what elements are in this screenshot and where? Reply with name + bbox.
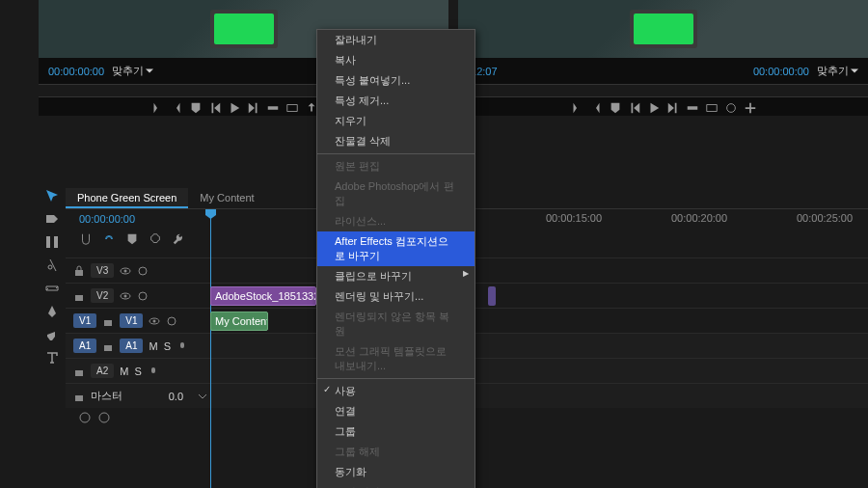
plus-icon[interactable]	[744, 101, 757, 115]
sync-lock-icon[interactable]	[137, 290, 149, 302]
menu-item[interactable]: 클립으로 바꾸기	[317, 266, 475, 286]
mute-button[interactable]: M	[149, 340, 157, 352]
marker-icon[interactable]	[189, 101, 203, 115]
collapse-icon[interactable]	[79, 412, 91, 423]
lock-icon[interactable]	[73, 265, 85, 277]
menu-item[interactable]: 지우기	[317, 111, 475, 131]
svg-point-18	[80, 413, 90, 422]
wrench-icon[interactable]	[172, 232, 185, 246]
eye-icon[interactable]	[120, 265, 131, 277]
source-patch-a1[interactable]: A1	[73, 339, 96, 353]
lock-icon[interactable]	[102, 340, 114, 352]
lock-icon[interactable]	[73, 366, 85, 377]
svg-rect-17	[75, 395, 83, 401]
ripple-tool-icon[interactable]	[44, 234, 60, 250]
svg-point-8	[139, 292, 147, 300]
menu-item: 원본 편집	[317, 156, 475, 176]
menu-item: 렌더링되지 않은 항목 복원	[317, 307, 475, 341]
step-fwd-icon[interactable]	[666, 101, 680, 115]
step-back-icon[interactable]	[628, 101, 641, 115]
clip-my-content[interactable]: My Content	[210, 312, 268, 331]
source-patch-v1[interactable]: V1	[73, 313, 96, 328]
pen-tool-icon[interactable]	[44, 304, 60, 319]
solo-button[interactable]: S	[164, 340, 171, 352]
step-fwd-icon[interactable]	[247, 101, 260, 115]
menu-item[interactable]: 동기화	[317, 462, 475, 482]
menu-item[interactable]: 그룹	[317, 421, 475, 442]
svg-point-0	[726, 104, 735, 113]
selection-tool-icon[interactable]	[44, 188, 60, 203]
svg-point-11	[153, 319, 156, 322]
menu-item[interactable]: 렌더링 및 바꾸기...	[317, 286, 475, 307]
sync-lock-icon[interactable]	[137, 265, 149, 277]
track-select-tool-icon[interactable]	[44, 211, 60, 227]
slip-tool-icon[interactable]	[44, 281, 60, 296]
mark-out-icon[interactable]	[170, 101, 183, 115]
snap-icon[interactable]	[79, 232, 93, 246]
menu-item[interactable]: 특성 제거...	[317, 91, 475, 111]
menu-item[interactable]: 복사	[317, 50, 475, 70]
eye-icon[interactable]	[120, 290, 131, 302]
sync-lock-icon[interactable]	[166, 315, 177, 327]
master-level[interactable]: 0.0	[169, 391, 183, 402]
lift-icon[interactable]	[686, 101, 699, 115]
mute-button[interactable]: M	[120, 366, 128, 377]
menu-item[interactable]: 사용	[317, 381, 475, 401]
tab-my-content[interactable]: My Content	[188, 188, 265, 208]
timeline-ruler[interactable]: 00:00:15:00 00:00:20:00 00:00:25:00	[208, 209, 868, 229]
extract-icon[interactable]	[705, 101, 719, 115]
svg-point-19	[99, 413, 109, 422]
linked-selection-icon[interactable]	[102, 232, 116, 246]
playhead-timecode[interactable]: 00:00:00:00	[66, 213, 208, 225]
tool-palette	[39, 188, 66, 366]
collapse-icon-2[interactable]	[98, 412, 110, 423]
lock-icon[interactable]	[73, 290, 85, 302]
svg-point-4	[139, 267, 147, 275]
svg-rect-13	[104, 345, 112, 351]
menu-item[interactable]: 연결	[317, 401, 475, 421]
tab-phone-green[interactable]: Phone Green Screen	[66, 188, 188, 208]
clip-tail[interactable]	[488, 286, 496, 306]
type-tool-icon[interactable]	[44, 350, 60, 366]
svg-rect-16	[151, 367, 155, 373]
fit-dropdown-2[interactable]: 맞추기	[817, 64, 858, 78]
program-monitor: :12:07 00:00:00:00 맞추기	[458, 0, 868, 116]
hand-tool-icon[interactable]	[44, 327, 60, 342]
clip-adobestock[interactable]: AdobeStock_185133280.mov	[210, 286, 316, 306]
mark-in-icon[interactable]	[570, 101, 583, 115]
program-timecode: 00:00:00:00	[753, 66, 809, 77]
menu-item: 클립 병합...	[317, 482, 475, 488]
fit-dropdown[interactable]: 맞추기	[112, 64, 153, 78]
mark-out-icon[interactable]	[589, 101, 603, 115]
menu-item[interactable]: 잘라내기	[317, 30, 475, 50]
menu-item: 라이선스...	[317, 211, 475, 231]
voice-icon[interactable]	[148, 366, 159, 377]
svg-rect-15	[75, 370, 83, 376]
voice-icon[interactable]	[176, 340, 188, 352]
menu-item: Adobe Photoshop에서 편집	[317, 176, 475, 211]
svg-rect-14	[180, 342, 184, 348]
program-ruler[interactable]	[458, 84, 868, 97]
expand-icon[interactable]	[197, 391, 208, 402]
overwrite-icon[interactable]	[285, 101, 299, 115]
export-frame-icon[interactable]	[724, 101, 738, 115]
solo-button[interactable]: S	[134, 366, 141, 377]
play-icon[interactable]	[228, 101, 241, 115]
context-menu[interactable]: 잘라내기복사특성 붙여넣기...특성 제거...지우기잔물결 삭제원본 편집Ad…	[316, 29, 475, 488]
razor-tool-icon[interactable]	[44, 258, 60, 273]
lock-icon[interactable]	[102, 315, 114, 327]
insert-icon[interactable]	[266, 101, 280, 115]
menu-item: 모션 그래픽 템플릿으로 내보내기...	[317, 341, 475, 376]
eye-icon[interactable]	[149, 315, 160, 327]
svg-rect-5	[75, 295, 83, 301]
lock-icon[interactable]	[73, 391, 85, 402]
mark-in-icon[interactable]	[150, 101, 164, 115]
menu-item[interactable]: After Effects 컴포지션으로 바꾸기	[317, 231, 475, 266]
marker-add-icon[interactable]	[125, 232, 139, 246]
play-icon[interactable]	[647, 101, 661, 115]
marker-icon[interactable]	[609, 101, 622, 115]
step-back-icon[interactable]	[208, 101, 222, 115]
menu-item[interactable]: 특성 붙여넣기...	[317, 70, 475, 91]
menu-item[interactable]: 잔물결 삭제	[317, 131, 475, 151]
settings-icon[interactable]	[149, 232, 162, 246]
